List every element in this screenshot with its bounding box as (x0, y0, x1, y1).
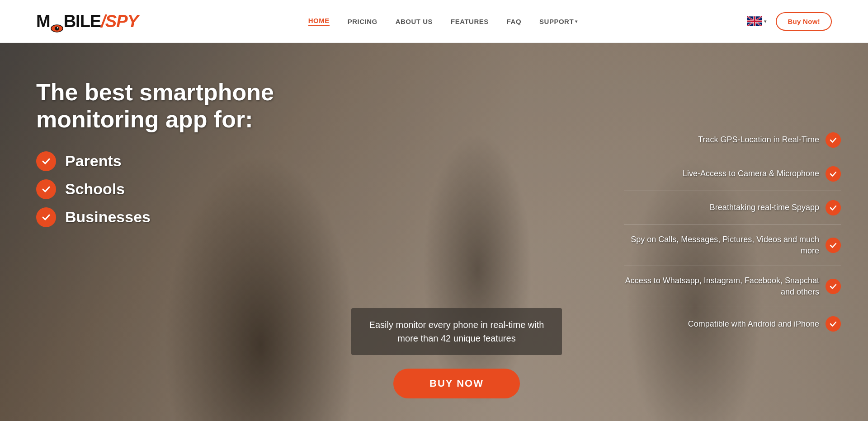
nav-home[interactable]: HOME (308, 17, 330, 26)
nav-pricing[interactable]: PRICING (348, 18, 377, 25)
nav-about-us[interactable]: ABOUT US (396, 18, 433, 25)
header-right: ▾ Buy Now! (747, 12, 832, 31)
feature-text: Spy on Calls, Messages, Pictures, Videos… (624, 234, 819, 257)
list-item-label: Schools (65, 180, 125, 198)
feature-item: Live-Access to Camera & Microphone (624, 157, 841, 191)
main-nav: HOME PRICING ABOUT US FEATURES FAQ SUPPO… (308, 17, 578, 26)
logo-eye-icon (51, 17, 63, 25)
feature-text: Compatible with Android and iPhone (688, 318, 819, 330)
feature-check-icon (826, 166, 841, 182)
svg-point-1 (55, 27, 59, 31)
list-item-label: Parents (65, 152, 122, 170)
logo-slash: / (101, 12, 105, 31)
svg-point-2 (57, 27, 58, 28)
list-item: Businesses (36, 207, 280, 227)
nav-features[interactable]: FEATURES (451, 18, 489, 25)
feature-item: Access to Whatsapp, Instagram, Facebook,… (624, 266, 841, 307)
list-item: Schools (36, 179, 280, 199)
uk-flag-icon (747, 16, 762, 26)
logo-spy: SPY (105, 12, 138, 31)
feature-text: Live-Access to Camera & Microphone (683, 168, 819, 179)
logo-bile: BILE (64, 12, 101, 31)
hero-subtitle-line2: more than 42 unique features (397, 333, 515, 343)
feature-item: Track GPS-Location in Real-Time (624, 123, 841, 157)
feature-item: Spy on Calls, Messages, Pictures, Videos… (624, 225, 841, 266)
headline-bold: best (85, 79, 133, 105)
hero-right-panel: Track GPS-Location in Real-Time Live-Acc… (606, 43, 868, 421)
language-selector[interactable]: ▾ (747, 16, 767, 26)
feature-text: Access to Whatsapp, Instagram, Facebook,… (624, 275, 819, 298)
feature-check-icon (826, 238, 841, 253)
feature-check-icon (826, 132, 841, 148)
hero-subtitle-line1: Easily monitor every phone in real-time … (369, 320, 544, 330)
hero-headline: The best smartphone monitoring app for: (36, 79, 280, 133)
headline-part1: The (36, 79, 85, 105)
hero-subtitle-box: Easily monitor every phone in real-time … (351, 308, 562, 355)
site-logo[interactable]: M BILE / SPY (36, 12, 138, 31)
hero-audience-list: Parents Schools Bu (36, 151, 280, 235)
hero-section: The best smartphone monitoring app for: … (0, 43, 868, 421)
list-item-label: Businesses (65, 208, 151, 226)
logo-m: M (36, 12, 50, 31)
feature-check-icon (826, 316, 841, 332)
nav-faq[interactable]: FAQ (507, 18, 521, 25)
check-circle-icon (36, 207, 56, 227)
support-dropdown-icon: ▾ (575, 19, 578, 24)
check-circle-icon (36, 151, 56, 171)
hero-content: The best smartphone monitoring app for: … (0, 43, 868, 421)
feature-text: Track GPS-Location in Real-Time (698, 134, 819, 145)
feature-check-icon (826, 279, 841, 294)
language-dropdown-icon: ▾ (764, 19, 767, 24)
nav-support[interactable]: SUPPORT ▾ (539, 18, 578, 25)
feature-text: Breathtaking real-time Spyapp (710, 202, 819, 213)
check-circle-icon (36, 179, 56, 199)
feature-item: Compatible with Android and iPhone (624, 307, 841, 341)
feature-item: Breathtaking real-time Spyapp (624, 191, 841, 225)
site-header: M BILE / SPY HOME PRICING ABOUT US FEATU… (0, 0, 868, 43)
header-buy-now-button[interactable]: Buy Now! (776, 12, 832, 31)
hero-center-panel: Easily monitor every phone in real-time … (307, 43, 606, 421)
hero-left-panel: The best smartphone monitoring app for: … (0, 43, 307, 421)
feature-check-icon (826, 200, 841, 215)
hero-buy-now-button[interactable]: BUY NOW (393, 369, 520, 398)
list-item: Parents (36, 151, 280, 171)
